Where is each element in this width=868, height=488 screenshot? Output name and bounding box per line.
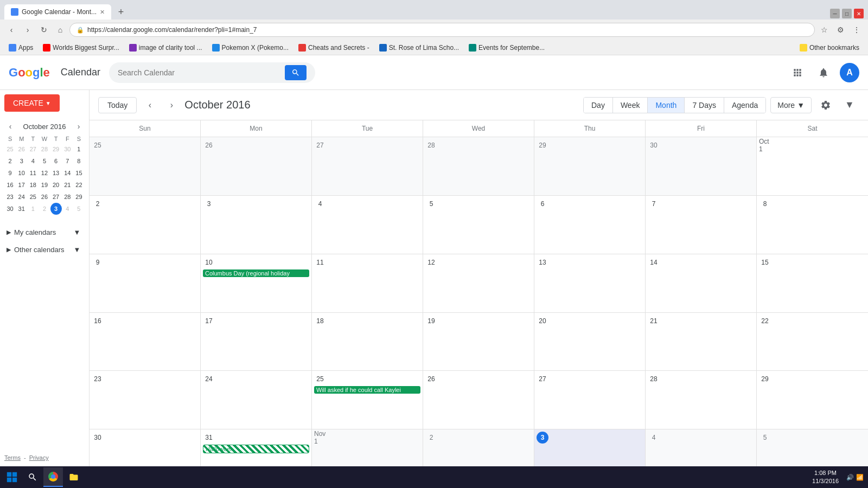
prev-month-button[interactable]: ‹ <box>141 97 158 114</box>
cal-cell-oct5[interactable]: 5 <box>423 196 534 254</box>
today-button[interactable]: Today <box>98 97 137 113</box>
mini-cal-day[interactable]: 27 <box>50 191 62 203</box>
notification-area[interactable]: 🔊 📶 <box>844 474 866 481</box>
mini-cal-day[interactable]: 7 <box>62 155 73 167</box>
user-avatar[interactable]: A <box>840 63 859 82</box>
cal-cell-oct12[interactable]: 12 <box>423 254 534 312</box>
other-calendars-section[interactable]: ▶ Other calendars ▼ <box>4 241 85 258</box>
create-button[interactable]: CREATE ▼ <box>4 94 60 112</box>
cal-cell-oct2[interactable]: 2 <box>90 196 201 254</box>
cal-cell-oct21[interactable]: 21 <box>646 313 757 371</box>
mini-cal-day[interactable]: 1 <box>27 203 39 215</box>
mini-cal-day[interactable]: 26 <box>39 191 50 203</box>
cal-cell-sep27[interactable]: 27 <box>312 137 423 195</box>
mini-cal-day[interactable]: 3 <box>50 203 62 215</box>
active-tab[interactable]: Google Calendar - Mont... ✕ <box>4 4 111 20</box>
mini-cal-day[interactable]: 15 <box>73 167 85 179</box>
mini-cal-day[interactable]: 23 <box>4 191 16 203</box>
halloween-event[interactable]: Halloween <box>203 445 309 453</box>
mini-cal-day[interactable]: 4 <box>62 203 73 215</box>
mini-cal-day[interactable]: 31 <box>16 203 27 215</box>
cal-cell-oct15[interactable]: 15 <box>757 254 868 312</box>
cal-cell-oct24[interactable]: 24 <box>201 371 312 429</box>
start-button[interactable] <box>2 467 22 487</box>
mini-cal-day[interactable]: 6 <box>50 155 62 167</box>
view-week-button[interactable]: Week <box>613 98 648 113</box>
cal-cell-sep26[interactable]: 26 <box>201 137 312 195</box>
bookmark-other[interactable]: Other bookmarks <box>795 43 864 53</box>
cal-cell-oct11[interactable]: 11 <box>312 254 423 312</box>
mini-cal-day[interactable]: 2 <box>4 155 16 167</box>
chrome-menu-button[interactable]: ⋮ <box>850 23 864 37</box>
mini-cal-day[interactable]: 19 <box>39 179 50 191</box>
mini-cal-day[interactable]: 12 <box>39 167 50 179</box>
kaylei-event[interactable]: Will asked if he could call Kaylei <box>314 386 420 394</box>
cal-cell-oct16[interactable]: 16 <box>90 313 201 371</box>
cal-cell-sep30[interactable]: 30 <box>646 137 757 195</box>
mini-cal-day[interactable]: 18 <box>27 179 39 191</box>
settings-button[interactable] <box>816 95 835 115</box>
mini-cal-day[interactable]: 11 <box>27 167 39 179</box>
cal-cell-oct6[interactable]: 6 <box>534 196 646 254</box>
privacy-link[interactable]: Privacy <box>29 454 49 461</box>
mini-cal-day[interactable]: 24 <box>16 191 27 203</box>
next-month-button[interactable]: › <box>163 97 180 114</box>
mini-cal-day[interactable]: 1 <box>73 143 85 155</box>
close-tab-icon[interactable]: ✕ <box>100 9 105 16</box>
mini-cal-day[interactable]: 10 <box>16 167 27 179</box>
mini-cal-day[interactable]: 28 <box>39 143 50 155</box>
mini-cal-day[interactable]: 25 <box>27 191 39 203</box>
bookmark-star-icon[interactable]: ☆ <box>817 23 831 37</box>
mini-cal-day[interactable]: 29 <box>50 143 62 155</box>
notifications-icon[interactable] <box>814 63 833 82</box>
bookmark-pokemon[interactable]: Pokemon X (Pokemo... <box>208 43 293 53</box>
mini-cal-next-button[interactable]: › <box>73 120 85 132</box>
maximize-button[interactable]: □ <box>842 9 852 18</box>
cal-cell-oct13[interactable]: 13 <box>534 254 646 312</box>
mini-cal-day[interactable]: 28 <box>62 191 73 203</box>
cal-cell-sep28[interactable]: 28 <box>423 137 534 195</box>
mini-cal-day[interactable]: 14 <box>62 167 73 179</box>
cal-cell-oct27[interactable]: 27 <box>534 371 646 429</box>
mini-cal-day[interactable]: 30 <box>4 203 16 215</box>
search-input[interactable] <box>118 68 280 77</box>
mini-cal-day[interactable]: 2 <box>39 203 50 215</box>
mini-cal-day[interactable]: 21 <box>62 179 73 191</box>
taskbar-search[interactable] <box>23 467 42 487</box>
more-button[interactable]: More ▼ <box>770 97 812 113</box>
cal-cell-oct9[interactable]: 9 <box>90 254 201 312</box>
reload-button[interactable]: ↻ <box>37 23 51 37</box>
close-window-button[interactable]: ✕ <box>854 9 864 18</box>
cal-cell-oct19[interactable]: 19 <box>423 313 534 371</box>
cal-cell-oct18[interactable]: 18 <box>312 313 423 371</box>
cal-cell-oct20[interactable]: 20 <box>534 313 646 371</box>
new-tab-button[interactable]: + <box>113 4 129 20</box>
mini-cal-day[interactable]: 27 <box>27 143 39 155</box>
minimize-button[interactable]: ─ <box>830 9 840 18</box>
network-icon[interactable]: 📶 <box>856 474 864 481</box>
extensions-button[interactable]: ⚙ <box>833 23 847 37</box>
cal-cell-oct14[interactable]: 14 <box>646 254 757 312</box>
mini-cal-prev-button[interactable]: ‹ <box>4 120 16 132</box>
columbus-day-event[interactable]: Columbus Day (regional holiday <box>203 269 309 277</box>
mini-cal-day[interactable]: 3 <box>16 155 27 167</box>
volume-icon[interactable]: 🔊 <box>846 474 854 481</box>
cal-cell-oct10[interactable]: 10 Columbus Day (regional holiday <box>201 254 312 312</box>
address-bar[interactable]: 🔒 https://calendar.google.com/calendar/r… <box>69 23 815 37</box>
forward-button[interactable]: › <box>21 23 35 37</box>
cal-cell-oct25[interactable]: 25 Will asked if he could call Kaylei <box>312 371 423 429</box>
terms-link[interactable]: Terms <box>4 454 21 461</box>
mini-cal-day[interactable]: 26 <box>16 143 27 155</box>
cal-cell-oct8[interactable]: 8 <box>757 196 868 254</box>
mini-cal-day[interactable]: 16 <box>4 179 16 191</box>
mini-cal-day[interactable]: 20 <box>50 179 62 191</box>
mini-cal-day[interactable]: 13 <box>50 167 62 179</box>
cal-cell-oct3[interactable]: 3 <box>201 196 312 254</box>
bookmark-cheats-secrets[interactable]: Cheats and Secrets - <box>294 43 374 53</box>
cal-cell-oct28[interactable]: 28 <box>646 371 757 429</box>
cal-cell-sep25[interactable]: 25 <box>90 137 201 195</box>
mini-cal-day[interactable]: 5 <box>39 155 50 167</box>
bookmark-image-of-clarity[interactable]: image of clarity tool ... <box>125 43 207 53</box>
bookmark-events[interactable]: Events for Septembe... <box>464 43 549 53</box>
apps-grid-icon[interactable] <box>788 63 807 82</box>
